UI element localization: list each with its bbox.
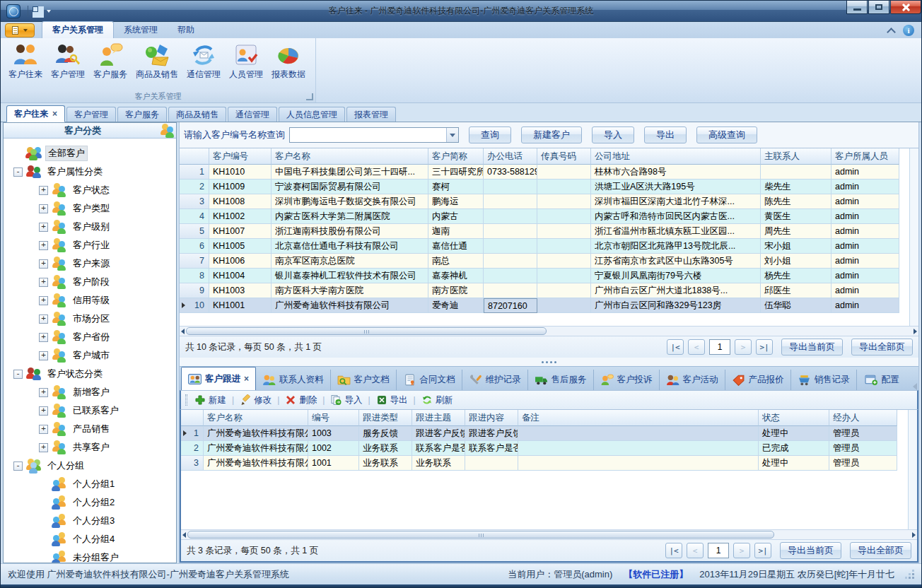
table-cell[interactable]: KH1006	[209, 254, 272, 269]
table-cell[interactable]: 洪塘工业A区洪大路195号	[591, 180, 761, 194]
table-cell[interactable]: admin	[831, 224, 899, 239]
table-cell[interactable]: 三十四研究所	[428, 165, 484, 180]
table-cell[interactable]: 黄医生	[761, 209, 831, 224]
page-number-input[interactable]	[708, 543, 729, 558]
last-page-button[interactable]: >|	[756, 339, 773, 355]
export-all-pages-button[interactable]: 导出全部页	[850, 542, 911, 559]
table-cell[interactable]	[484, 239, 537, 254]
table-cell[interactable]: 宋小姐	[761, 239, 831, 254]
resize-grip-icon[interactable]	[906, 570, 914, 579]
export-all-pages-button[interactable]: 导出全部页	[851, 339, 913, 355]
table-cell[interactable]	[537, 298, 591, 313]
table-cell[interactable]: 浙江省温州市瓯北镇东瓯工业区园...	[591, 224, 761, 239]
tree-item[interactable]: +共享客户	[39, 438, 176, 457]
close-tab-icon[interactable]: ×	[52, 110, 57, 117]
table-cell[interactable]: 广州爱奇迪软件科技有限公司	[204, 441, 308, 456]
table-row[interactable]: 7KH1006南京军区南京总医院南总江苏省南京市玄武区中山东路305号刘小姐ad…	[180, 254, 909, 269]
category-settings-icon[interactable]	[159, 124, 173, 138]
tree-item[interactable]: +客户城市	[39, 346, 176, 365]
vertical-scrollbar[interactable]	[908, 410, 917, 529]
tree-item[interactable]: +客户状态	[39, 181, 176, 199]
table-cell[interactable]: 管理员	[829, 426, 897, 441]
tree-item[interactable]: 个人分组1	[39, 475, 176, 493]
table-cell[interactable]: 宁波赛柯国际贸易有限公司	[272, 180, 428, 194]
maximize-button[interactable]	[868, 1, 889, 14]
search-input[interactable]	[290, 128, 446, 142]
close-tab-icon[interactable]: ×	[244, 375, 249, 382]
import-records-button[interactable]: 导入	[330, 394, 362, 406]
customer-search-combo[interactable]	[289, 127, 459, 143]
last-page-button[interactable]: >|	[754, 543, 771, 558]
info-icon[interactable]: i	[903, 25, 914, 36]
table-cell[interactable]: KH1007	[209, 224, 272, 239]
table-cell[interactable]: admin	[831, 194, 899, 209]
detail-tab-contract-docs[interactable]: 合同文档	[397, 370, 462, 390]
column-header[interactable]: 公司地址	[591, 148, 761, 165]
table-cell[interactable]: 87207160	[484, 298, 537, 313]
table-cell[interactable]	[537, 239, 591, 254]
table-cell[interactable]	[537, 224, 591, 239]
table-row[interactable]: 8KH1004银川嘉泰神机工程软件技术有限公司嘉泰神机宁夏银川凤凰南街79号六楼…	[180, 269, 909, 283]
new-customer-button[interactable]: 新建客户	[521, 127, 582, 143]
scrollbar-thumb[interactable]	[187, 531, 774, 539]
tree-item[interactable]: +新增客户	[39, 383, 176, 401]
table-row[interactable]: 2KH1009宁波赛柯国际贸易有限公司赛柯洪塘工业A区洪大路195号柴先生adm…	[180, 180, 909, 194]
table-row[interactable]: 1广州爱奇迪软件科技有限公司1003服务反馈跟进客户反馈...跟进客户反馈...…	[181, 426, 908, 441]
column-header[interactable]: 客户编号	[209, 148, 272, 165]
table-cell[interactable]	[484, 194, 537, 209]
tree-item[interactable]: +客户级别	[39, 218, 176, 236]
table-cell[interactable]: 广州爱奇迪软件科技有限公司	[204, 426, 308, 441]
column-header[interactable]: 跟进内容	[465, 410, 518, 426]
doc-tab-report-manage[interactable]: 报表管理	[346, 107, 396, 122]
scroll-left-icon[interactable]	[181, 329, 185, 334]
table-cell[interactable]: 邱医生	[761, 283, 831, 298]
minus-expander-icon[interactable]: -	[13, 167, 23, 177]
table-cell[interactable]: 1003	[308, 426, 359, 441]
registered-link[interactable]: 【软件已注册】	[624, 568, 688, 581]
ribbon-tab-crm[interactable]: 客户关系管理	[42, 21, 114, 38]
table-cell[interactable]	[484, 254, 537, 269]
tree-item[interactable]: 个人分组2	[39, 493, 176, 512]
ribbon-button-customer-service[interactable]: 客户服务	[90, 41, 131, 83]
table-cell[interactable]: 内蒙古	[428, 209, 484, 224]
table-cell[interactable]: 0733-5881297	[484, 165, 537, 180]
plus-expander-icon[interactable]: +	[39, 333, 48, 342]
table-cell[interactable]: admin	[831, 269, 899, 283]
table-cell[interactable]: 业务联系	[412, 456, 465, 471]
table-cell[interactable]: 中国电子科技集团公司第三十四研...	[272, 165, 428, 180]
advanced-query-button[interactable]: 高级查询	[696, 127, 757, 143]
table-cell[interactable]: 鹏海运	[428, 194, 484, 209]
tree-item[interactable]: +市场分区	[39, 310, 176, 328]
table-cell[interactable]	[518, 456, 759, 471]
tree-item[interactable]: -个人分组	[13, 457, 176, 475]
plus-expander-icon[interactable]: +	[39, 296, 48, 305]
column-header[interactable]: 客户名称	[272, 148, 428, 165]
table-cell[interactable]: 爱奇迪	[428, 298, 484, 313]
table-cell[interactable]: 内蒙古医科大学第二附属医院	[272, 209, 428, 224]
horizontal-scrollbar[interactable]	[181, 529, 917, 540]
vertical-scrollbar[interactable]	[909, 148, 918, 326]
application-menu-button[interactable]	[5, 23, 35, 37]
edit-record-button[interactable]: 修改	[240, 394, 272, 406]
scrollbar-thumb[interactable]	[186, 327, 547, 335]
detail-tab-follow-up[interactable]: 客户跟进×	[181, 367, 256, 390]
table-cell[interactable]	[537, 283, 591, 298]
doc-tab-goods-sales[interactable]: 商品及销售	[168, 107, 226, 122]
tree-item[interactable]: +客户来源	[39, 254, 176, 273]
table-cell[interactable]: 1001	[308, 456, 359, 471]
table-cell[interactable]: 深圳市福田区深南大道北竹子林深...	[591, 194, 761, 209]
close-button[interactable]	[890, 1, 921, 14]
minus-expander-icon[interactable]: -	[13, 370, 23, 379]
first-page-button[interactable]: |<	[667, 339, 684, 355]
table-cell[interactable]: 杨先生	[761, 269, 831, 283]
column-header[interactable]: 办公电话	[484, 148, 537, 165]
table-cell[interactable]: 周先生	[761, 224, 831, 239]
minimize-button[interactable]	[846, 1, 868, 14]
app-logo-icon[interactable]	[6, 4, 21, 18]
export-current-page-button[interactable]: 导出当前页	[780, 542, 841, 559]
table-cell[interactable]: KH1003	[209, 283, 272, 298]
prev-page-button[interactable]: <	[687, 543, 704, 558]
horizontal-scrollbar[interactable]	[180, 326, 918, 336]
table-cell[interactable]: 浙江迦南科技股份有限公司	[272, 224, 428, 239]
tree-item[interactable]: -客户属性分类	[13, 163, 176, 181]
